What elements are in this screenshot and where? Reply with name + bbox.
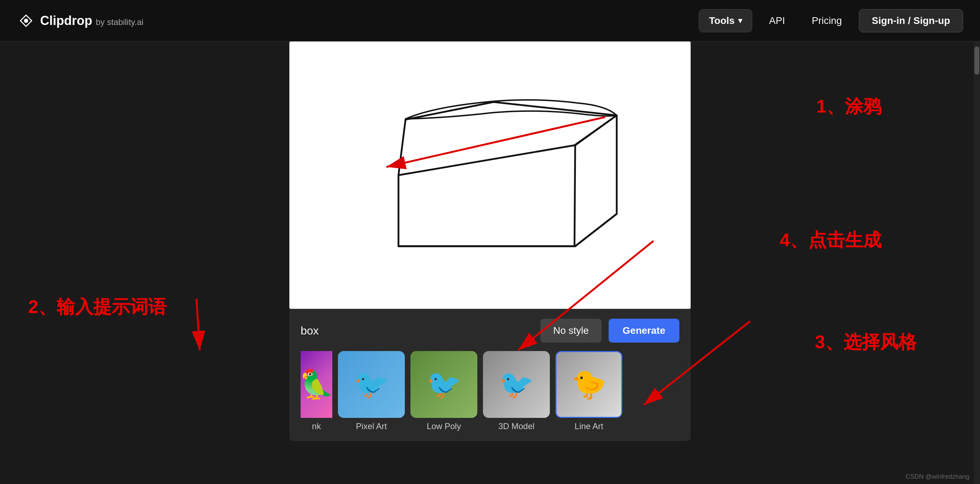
style-label-ink: nk — [312, 421, 321, 431]
logo-brand: Clipdrop — [40, 13, 92, 28]
input-row: No style Generate — [301, 319, 679, 343]
style-item-3d-model[interactable]: 🐦 3D Model — [483, 351, 550, 431]
main-content: No style Generate 🦜 nk 🐦 Pixel Art 🐦 Low… — [0, 41, 980, 484]
svg-line-4 — [196, 298, 200, 350]
style-item-low-poly[interactable]: 🐦 Low Poly — [410, 351, 477, 431]
style-item-pixel-art[interactable]: 🐦 Pixel Art — [338, 351, 405, 431]
style-label-pixel-art: Pixel Art — [356, 421, 387, 431]
annotation-step4: 4、点击生成 — [780, 228, 881, 252]
prompt-input[interactable] — [301, 322, 533, 340]
header: Clipdrop by stability.ai Tools ▾ API Pri… — [0, 0, 980, 41]
generate-button[interactable]: Generate — [609, 319, 679, 343]
style-label-low-poly: Low Poly — [426, 421, 461, 431]
api-link[interactable]: API — [759, 10, 795, 32]
logo-area: Clipdrop by stability.ai — [17, 12, 144, 30]
style-preview-low-poly: 🐦 — [410, 351, 477, 418]
style-preview-line-art: 🐤 — [555, 351, 622, 418]
tools-button[interactable]: Tools ▾ — [699, 9, 752, 32]
style-selector: 🦜 nk 🐦 Pixel Art 🐦 Low Poly 🐦 3D Model — [301, 351, 679, 431]
signin-button[interactable]: Sign-in / Sign-up — [859, 9, 963, 32]
logo-icon — [17, 12, 35, 30]
watermark: CSDN @winfredzhang — [906, 473, 969, 481]
pricing-link[interactable]: Pricing — [802, 10, 852, 32]
style-label-3d-model: 3D Model — [498, 421, 535, 431]
canvas-wrapper: No style Generate 🦜 nk 🐦 Pixel Art 🐦 Low… — [290, 41, 690, 309]
style-preview-ink: 🦜 — [301, 351, 332, 418]
style-label-line-art: Line Art — [574, 421, 603, 431]
annotation-step1: 1、涂鸦 — [816, 94, 881, 119]
tools-label: Tools — [709, 15, 735, 26]
logo-name: Clipdrop by stability.ai — [40, 13, 144, 28]
annotation-step2: 2、输入提示词语 — [28, 295, 167, 319]
style-item-line-art[interactable]: 🐤 Line Art — [555, 351, 622, 431]
nav-area: Tools ▾ API Pricing Sign-in / Sign-up — [699, 9, 963, 32]
scrollbar[interactable] — [974, 41, 980, 484]
no-style-button[interactable]: No style — [540, 319, 601, 343]
drawing-canvas[interactable] — [290, 41, 690, 309]
style-preview-3d-model: 🐦 — [483, 351, 550, 418]
annotation-step3: 3、选择风格 — [815, 330, 916, 355]
style-item-ink-partial[interactable]: 🦜 nk — [301, 351, 332, 431]
style-preview-pixel-art: 🐦 — [338, 351, 405, 418]
scrollbar-thumb[interactable] — [974, 46, 979, 75]
chevron-down-icon: ▾ — [738, 16, 742, 25]
svg-point-1 — [24, 19, 28, 23]
logo-by-text: by stability.ai — [96, 17, 144, 27]
bottom-panel: No style Generate 🦜 nk 🐦 Pixel Art 🐦 Low… — [290, 309, 690, 441]
